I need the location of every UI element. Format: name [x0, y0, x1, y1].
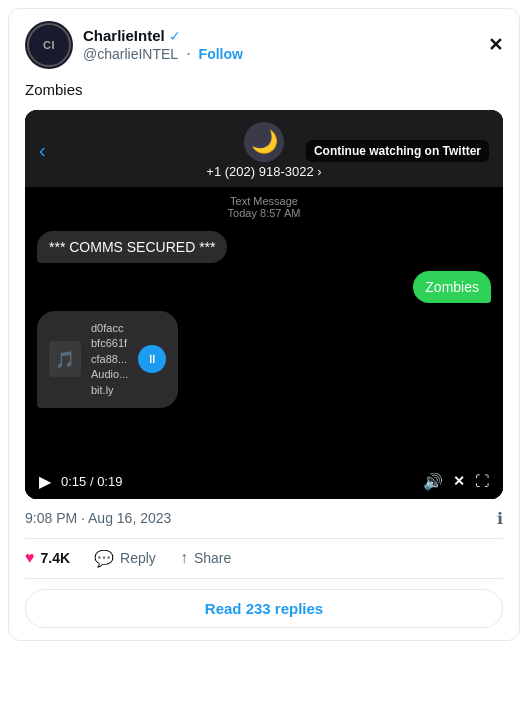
- timestamp-text: 9:08 PM · Aug 16, 2023: [25, 510, 171, 526]
- x-watermark-icon: ✕: [453, 473, 465, 489]
- share-label: Share: [194, 550, 231, 566]
- share-button[interactable]: ↑ Share: [180, 549, 231, 567]
- audio-bubble: 🎵 d0facc bfc661f cfa88... Audio... bit.l…: [37, 311, 178, 408]
- phone-number: +1 (202) 918-3022 ›: [206, 164, 321, 179]
- avatar-logo: CI: [27, 23, 71, 67]
- audio-info: d0facc bfc661f cfa88... Audio... bit.ly: [91, 321, 128, 398]
- audio-play-button[interactable]: ⏸: [138, 345, 166, 373]
- zombies-message-bubble: Zombies: [413, 271, 491, 303]
- msg-time-text: Today 8:57 AM: [228, 207, 301, 219]
- video-controls: ▶ 0:15 / 0:19 🔊 ✕ ⛶: [25, 464, 503, 499]
- msg-date-text: Text Message: [230, 195, 298, 207]
- user-name-row: CharlieIntel ✓: [83, 27, 243, 44]
- reply-button[interactable]: 💬 Reply: [94, 549, 156, 568]
- info-icon[interactable]: ℹ: [497, 509, 503, 528]
- tweet-card: CI CharlieIntel ✓ @charlieINTEL · Follow…: [8, 8, 520, 641]
- time-display: 0:15 / 0:19: [61, 474, 413, 489]
- share-icon: ↑: [180, 549, 188, 567]
- user-handle-row: @charlieINTEL · Follow: [83, 45, 243, 63]
- phone-top-bar: ‹ 🌙 +1 (202) 918-3022 › Continue watchin…: [25, 110, 503, 187]
- audio-file-name: d0facc: [91, 321, 128, 336]
- tweet-text: Zombies: [25, 79, 503, 100]
- volume-icon[interactable]: 🔊: [423, 472, 443, 491]
- avatar-text: CI: [43, 39, 55, 51]
- dot-separator: ·: [186, 45, 190, 63]
- spacer: [37, 416, 491, 456]
- continue-watching-banner[interactable]: Continue watching on Twitter: [306, 140, 489, 162]
- heart-icon: ♥: [25, 549, 35, 567]
- tweet-header-left: CI CharlieIntel ✓ @charlieINTEL · Follow: [25, 21, 243, 69]
- tweet-actions: ♥ 7.4K 💬 Reply ↑ Share: [25, 538, 503, 579]
- messages-area: Text Message Today 8:57 AM *** COMMS SEC…: [25, 187, 503, 464]
- audio-file-name3: cfa88...: [91, 352, 128, 367]
- likes-count: 7.4K: [41, 550, 71, 566]
- audio-file-name2: bfc661f: [91, 336, 128, 351]
- avatar: CI: [25, 21, 73, 69]
- read-replies-button[interactable]: Read 233 replies: [25, 589, 503, 628]
- tweet-timestamp: 9:08 PM · Aug 16, 2023 ℹ: [25, 509, 503, 528]
- fullscreen-icon[interactable]: ⛶: [475, 473, 489, 489]
- like-button[interactable]: ♥ 7.4K: [25, 549, 70, 567]
- comms-message-bubble: *** COMMS SECURED ***: [37, 231, 227, 263]
- moon-icon: 🌙: [244, 122, 284, 162]
- phone-mockup: ‹ 🌙 +1 (202) 918-3022 › Continue watchin…: [25, 110, 503, 499]
- audio-link: bit.ly: [91, 383, 128, 398]
- message-date: Text Message Today 8:57 AM: [37, 195, 491, 219]
- user-info: CharlieIntel ✓ @charlieINTEL · Follow: [83, 27, 243, 63]
- user-name: CharlieIntel: [83, 27, 165, 44]
- comment-icon: 💬: [94, 549, 114, 568]
- pause-icon: ⏸: [146, 352, 158, 366]
- tweet-header: CI CharlieIntel ✓ @charlieINTEL · Follow…: [25, 21, 503, 69]
- back-arrow-icon[interactable]: ‹: [39, 139, 46, 162]
- audio-label: Audio...: [91, 367, 128, 382]
- contact-info: 🌙 +1 (202) 918-3022 ›: [206, 122, 321, 179]
- verified-icon: ✓: [169, 28, 181, 44]
- follow-button[interactable]: Follow: [199, 46, 243, 62]
- media-container: ‹ 🌙 +1 (202) 918-3022 › Continue watchin…: [25, 110, 503, 499]
- close-button[interactable]: ✕: [488, 34, 503, 56]
- audio-file-icon: 🎵: [49, 341, 81, 377]
- user-handle: @charlieINTEL: [83, 46, 178, 62]
- play-button[interactable]: ▶: [39, 472, 51, 491]
- reply-label: Reply: [120, 550, 156, 566]
